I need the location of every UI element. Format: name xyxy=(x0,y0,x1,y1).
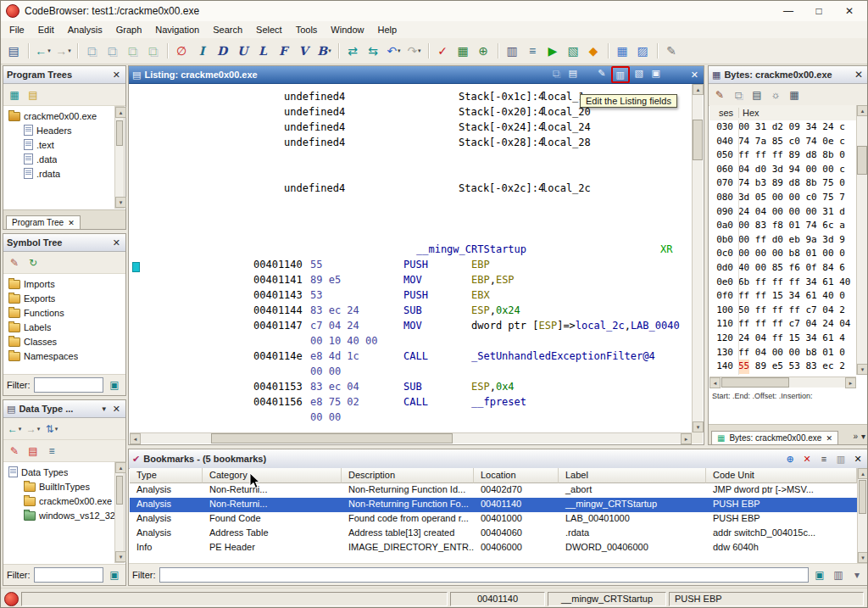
filter-columns-icon[interactable]: ▥ xyxy=(831,567,846,583)
letter-v-icon[interactable]: V xyxy=(294,42,314,61)
toolbar-icon[interactable] xyxy=(164,42,171,61)
scrollbar[interactable]: ▴ ▾ xyxy=(114,461,125,563)
listing-line[interactable]: 00401144 83 ec 24 SUB ESP,0x24 xyxy=(130,303,692,318)
preview-icon[interactable]: ≡ xyxy=(43,443,60,460)
edit-external-icon[interactable]: ✎ xyxy=(6,254,23,271)
menu-item[interactable]: Search xyxy=(206,23,249,36)
tree-item[interactable]: crackme0x00.exe xyxy=(3,494,125,508)
hex-row[interactable]: 060 04 d0 3d 94 00 00 c xyxy=(709,163,856,177)
column-header[interactable]: Label xyxy=(559,468,706,483)
scroll-right-icon[interactable]: ▸ xyxy=(681,433,692,444)
next-selection-icon[interactable]: □ xyxy=(103,42,122,61)
scroll-thumb[interactable] xyxy=(211,433,453,443)
maximize-button[interactable]: □ xyxy=(806,5,832,17)
menu-item[interactable]: Edit xyxy=(31,23,61,36)
snapshot-icon[interactable]: ▣ xyxy=(648,66,664,80)
listing-line[interactable]: undefined4 Stack[-0x2c]:4 local_2c xyxy=(130,181,692,196)
forward-icon[interactable]: →▾ xyxy=(53,42,73,61)
hex-row[interactable]: 030 00 31 d2 09 34 24 c xyxy=(709,120,856,135)
hex-row[interactable]: 090 24 04 00 00 00 31 d xyxy=(709,205,856,220)
next-function-icon[interactable]: □ xyxy=(143,42,163,61)
tree-item[interactable]: .rdata xyxy=(3,166,125,181)
toolbar-icon[interactable] xyxy=(654,42,661,61)
unapply-icon[interactable]: ✎ xyxy=(6,443,23,460)
scroll-thumb[interactable] xyxy=(721,377,789,388)
listing-line[interactable]: 00401156 e8 75 02 CALL __fpreset xyxy=(130,394,692,410)
edit-notes-icon[interactable]: ✎ xyxy=(662,42,682,61)
listing-line[interactable] xyxy=(130,211,692,226)
scroll-up-icon[interactable]: ▴ xyxy=(857,105,868,116)
scrollbar[interactable]: ▴ ▾ xyxy=(114,106,125,209)
tree-item[interactable]: windows_vs12_32 xyxy=(3,508,125,522)
bookmarks-scrollbar[interactable]: ▴ ▾ xyxy=(857,468,867,563)
hex-row[interactable]: 120 24 04 ff 15 34 61 4 xyxy=(709,332,856,346)
tree-item[interactable]: .text xyxy=(3,137,125,152)
minimize-button[interactable]: — xyxy=(776,5,801,17)
tree-item[interactable]: Imports xyxy=(3,276,125,291)
scroll-thumb[interactable] xyxy=(859,480,866,514)
paste-icon[interactable]: ▤ xyxy=(748,86,765,103)
tree-item[interactable]: Functions xyxy=(3,305,125,320)
scroll-up-icon[interactable]: ▴ xyxy=(858,468,868,479)
listing-line[interactable]: 00 00 xyxy=(130,364,692,379)
listing-line[interactable] xyxy=(130,150,692,165)
copy-icon[interactable]: □ xyxy=(730,86,747,103)
listing-line[interactable]: 0040114e e8 4d 1c CALL _SetUnhandledExce… xyxy=(130,349,692,364)
addresses-column-header[interactable]: ses xyxy=(709,108,739,118)
scroll-up-icon[interactable]: ▴ xyxy=(693,84,704,95)
scroll-down-icon[interactable]: ▾ xyxy=(857,364,868,375)
validate-icon[interactable]: ✓ xyxy=(433,42,453,61)
run-script-icon[interactable]: ▶ xyxy=(543,42,563,61)
listing-line[interactable]: 00401143 53 PUSH EBX xyxy=(130,287,692,303)
listing-line[interactable] xyxy=(130,165,692,181)
scroll-right-icon[interactable]: ▸ xyxy=(845,377,856,388)
expand-folder-icon[interactable]: ▤ xyxy=(25,86,42,103)
hex-row[interactable]: 0b0 00 ff d0 eb 9a 3d 9 xyxy=(709,233,856,248)
tab-list-icon[interactable]: ▾ xyxy=(861,432,865,441)
tab-overflow-icon[interactable]: » xyxy=(853,432,858,441)
bookmark-row[interactable]: Info PE Header IMAGE_DIRECTORY_ENTR... 0… xyxy=(130,541,857,555)
menu-item[interactable]: Analysis xyxy=(61,23,109,36)
listing-line[interactable]: undefined4 Stack[-0x24]:4 local_24 xyxy=(130,120,692,135)
tree-item[interactable]: .data xyxy=(3,152,125,166)
listing-line[interactable]: 00 10 40 00 xyxy=(130,333,692,349)
bytes-vscrollbar[interactable]: ▴ ▾ xyxy=(856,105,867,375)
copy-icon[interactable]: □ xyxy=(548,66,564,80)
hex-row[interactable]: 0d0 40 00 85 f6 0f 84 6 xyxy=(709,261,856,276)
tree-item[interactable]: Classes xyxy=(3,334,125,349)
browser-icon[interactable]: ⊕ xyxy=(474,42,493,61)
scroll-thumb[interactable] xyxy=(116,476,123,505)
hex-row[interactable]: 080 3d 05 00 00 c0 75 7 xyxy=(709,191,856,205)
hex-row[interactable]: 110 ff ff ff c7 04 24 04 xyxy=(709,317,856,332)
column-header[interactable]: Description xyxy=(342,468,474,483)
listing-vscrollbar[interactable]: ▴ ▾ xyxy=(692,84,703,432)
filter-arrays-icon[interactable]: ▤ xyxy=(25,443,42,460)
listing-line[interactable]: 00401147 c7 04 24 MOV dword ptr [ESP]=>l… xyxy=(130,318,692,333)
toolbar-icon[interactable] xyxy=(25,42,32,61)
calculator-icon[interactable]: ▧ xyxy=(564,42,583,61)
byte-viewer-icon[interactable]: ▦ xyxy=(453,42,473,61)
settings-icon[interactable]: ☼ xyxy=(767,86,784,103)
letter-f-icon[interactable]: F xyxy=(274,42,293,61)
edit-fields-icon[interactable]: ▥ xyxy=(611,66,630,83)
prev-function-icon[interactable]: □ xyxy=(123,42,142,61)
close-icon[interactable]: ✕ xyxy=(68,219,75,227)
symbol-filter-input[interactable] xyxy=(34,377,104,393)
filter-go-icon[interactable]: ▣ xyxy=(812,567,827,583)
hex-row[interactable]: 0e0 6b ff ff ff 34 61 40 xyxy=(709,276,856,290)
refresh-icon[interactable]: ↻ xyxy=(25,254,42,271)
toolbar-icon[interactable] xyxy=(494,42,502,61)
scroll-thumb[interactable] xyxy=(857,146,867,175)
listing-line[interactable]: 00401140 55 PUSH EBP xyxy=(130,257,692,272)
hex-row[interactable]: 0f0 ff ff 15 34 61 40 0 xyxy=(709,289,856,304)
back-icon[interactable]: ←▾ xyxy=(33,42,53,61)
letter-i-icon[interactable]: I xyxy=(192,42,212,61)
hex-row[interactable]: 040 74 7a 85 c0 74 0e c xyxy=(709,135,856,149)
view-options-icon[interactable]: ▦ xyxy=(786,86,803,103)
scroll-up-icon[interactable]: ▴ xyxy=(115,107,126,118)
toolbar-icon[interactable] xyxy=(425,42,432,61)
search-next-icon[interactable]: ⇄ xyxy=(343,42,363,61)
filter-options-icon[interactable]: ▣ xyxy=(107,377,122,393)
listing-line[interactable]: 00401153 83 ec 04 SUB ESP,0x4 xyxy=(130,379,692,394)
refresh-icon[interactable]: ⊕ xyxy=(783,452,797,466)
